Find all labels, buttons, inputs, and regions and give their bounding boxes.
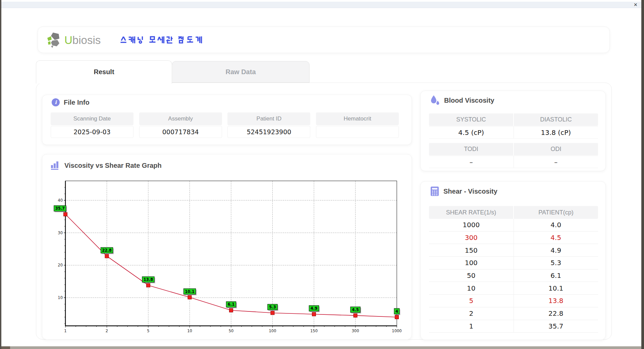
blood-viscosity-panel: Blood Viscosity SYSTOLICDIASTOLIC4.5 (cP… (420, 91, 606, 171)
svg-text:22.8: 22.8 (102, 248, 111, 253)
shear-rate-cell: 150 (429, 244, 514, 256)
file-info-panel: i File Info Scanning Date2025-09-03Assem… (42, 95, 412, 145)
file-info-field-hematocrit: Hematocrit (316, 112, 399, 138)
file-info-field-scanning-date: Scanning Date2025-09-03 (51, 112, 133, 138)
svg-text:40: 40 (58, 198, 63, 203)
shear-viscosity-panel: Shear - Viscosity SHEAR RATE(1/s)PATIENT… (420, 181, 606, 340)
patient-cp-cell: 4.9 (514, 244, 598, 256)
shear-rate-cell: 300 (429, 232, 514, 244)
svg-text:20: 20 (58, 263, 63, 267)
shear-table-row: 222.8 (429, 307, 598, 320)
svg-text:6.1: 6.1 (228, 302, 234, 307)
bv-value: 4.5 (cP) (429, 127, 514, 138)
svg-text:4.9: 4.9 (311, 306, 317, 311)
shear-table-row: 3004.5 (429, 232, 598, 244)
patient-cp-cell: 22.8 (514, 307, 598, 320)
svg-text:5: 5 (147, 329, 149, 333)
svg-text:10.1: 10.1 (185, 289, 194, 294)
patient-cp-cell: 13.8 (514, 295, 598, 307)
svg-text:150: 150 (310, 329, 318, 333)
field-label: Assembly (139, 112, 222, 125)
svg-text:300: 300 (352, 329, 359, 333)
app-window: × Ubiosis Result Raw Data i File Info Sc… (0, 0, 644, 349)
desktop-edge-right (641, 0, 644, 349)
svg-text:35.7: 35.7 (55, 206, 65, 211)
shear-rate-cell: 1000 (429, 219, 514, 231)
blood-viscosity-title: Blood Viscosity (444, 97, 494, 104)
tab-result-label: Result (94, 68, 114, 76)
svg-text:1: 1 (64, 329, 66, 333)
ubiosis-logo-icon (46, 32, 63, 48)
shear-table-row: 10004.0 (429, 219, 598, 232)
shear-rate-cell: 100 (429, 257, 514, 269)
bv-value: – (514, 156, 598, 168)
header-card: Ubiosis (38, 27, 610, 53)
close-icon[interactable]: × (634, 1, 637, 8)
bv-value: – (429, 156, 514, 168)
shear-rate-cell: 10 (429, 282, 514, 294)
svg-text:4: 4 (395, 309, 398, 314)
desktop-edge-bottom-corner (1, 346, 10, 349)
svg-text:2: 2 (106, 329, 108, 333)
shear-viscosity-title: Shear - Viscosity (443, 188, 497, 195)
field-value: 52451923900 (227, 126, 310, 138)
shear-rate-cell: 5 (429, 295, 514, 307)
patient-cp-cell: 4.0 (514, 219, 598, 231)
shear-column-header: PATIENT(cp) (514, 206, 598, 219)
shear-table-row: 1010.1 (429, 282, 598, 295)
field-value (316, 126, 399, 138)
desktop-edge-bottom (1, 346, 641, 349)
file-info-title: File Info (64, 99, 90, 106)
tab-raw-data-label: Raw Data (225, 68, 256, 76)
desktop-edge-left (0, 0, 1, 349)
shear-table-row: 135.7 (429, 320, 598, 333)
shear-rate-cell: 50 (429, 269, 514, 282)
ubiosis-logo-text: Ubiosis (64, 34, 101, 47)
bv-header: TODI (429, 143, 514, 155)
bv-header: SYSTOLIC (429, 113, 514, 126)
app-title-korean (119, 34, 220, 46)
bv-header: DIASTOLIC (514, 113, 598, 126)
shear-table-row: 1005.3 (429, 257, 598, 269)
svg-text:30: 30 (58, 231, 63, 235)
tab-result[interactable]: Result (36, 60, 172, 84)
field-label: Hematocrit (316, 112, 399, 125)
viscosity-chart: 125105010015030010001020304035.722.813.8… (42, 154, 412, 340)
svg-text:1000: 1000 (392, 329, 401, 333)
svg-text:10: 10 (187, 329, 192, 333)
shear-table-row: 506.1 (429, 269, 598, 282)
patient-cp-cell: 6.1 (514, 269, 598, 282)
svg-text:5.3: 5.3 (269, 305, 276, 309)
patient-cp-cell: 5.3 (514, 257, 598, 269)
window-titlebar: × (1, 2, 641, 8)
graph-panel: Viscosity vs Shear Rate Graph 1251050100… (42, 154, 412, 340)
shear-column-header: SHEAR RATE(1/s) (429, 206, 514, 219)
tab-raw-data[interactable]: Raw Data (172, 61, 310, 83)
file-info-field-patient-id: Patient ID52451923900 (227, 112, 310, 138)
svg-text:10: 10 (58, 295, 63, 300)
svg-text:50: 50 (229, 329, 234, 333)
svg-text:13.8: 13.8 (144, 277, 153, 282)
shear-table-row: 1504.9 (429, 244, 598, 257)
patient-cp-cell: 10.1 (514, 282, 598, 294)
ubiosis-logo: Ubiosis (46, 32, 101, 48)
info-icon: i (52, 98, 60, 106)
droplets-icon (430, 95, 440, 106)
shear-rate-cell: 1 (429, 320, 514, 333)
shear-table-row: 513.8 (429, 295, 598, 307)
svg-text:100: 100 (269, 329, 276, 333)
bv-header: ODI (514, 143, 598, 155)
svg-text:4.5: 4.5 (352, 307, 359, 312)
patient-cp-cell: 4.5 (514, 232, 598, 244)
field-label: Patient ID (227, 112, 310, 125)
calculator-icon (430, 186, 439, 196)
field-value: 000717834 (139, 126, 222, 138)
field-value: 2025-09-03 (51, 126, 133, 138)
field-label: Scanning Date (51, 112, 133, 125)
patient-cp-cell: 35.7 (514, 320, 598, 333)
bv-value: 13.8 (cP) (514, 127, 598, 138)
file-info-field-assembly: Assembly000717834 (139, 112, 222, 138)
shear-rate-cell: 2 (429, 307, 514, 320)
